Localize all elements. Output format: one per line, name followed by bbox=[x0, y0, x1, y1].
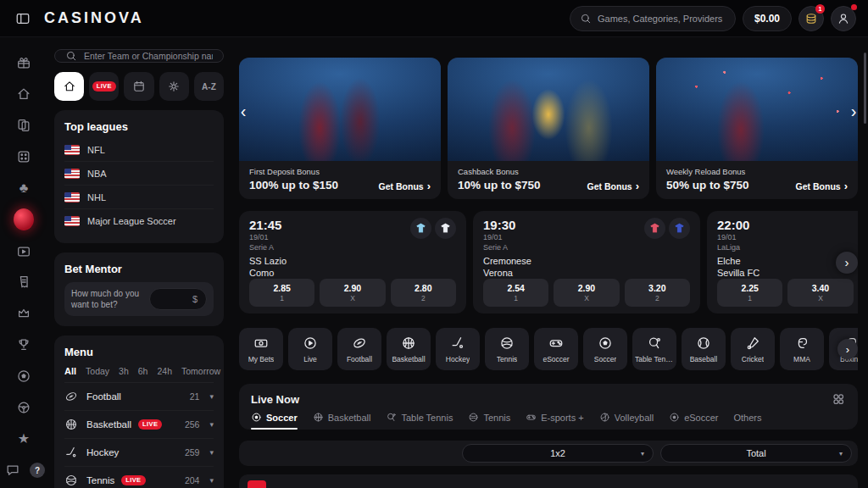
chevron-down-icon: ▾ bbox=[209, 392, 214, 401]
chip-tennis[interactable]: Tennis bbox=[485, 328, 529, 370]
odd-button-1[interactable]: 2.54 1 bbox=[483, 279, 548, 307]
scrollbar-thumb[interactable] bbox=[864, 53, 866, 124]
lobby-icon[interactable] bbox=[14, 86, 34, 103]
filter-tomorrow[interactable]: Tomorrow bbox=[181, 366, 220, 376]
menu-time-filters: All Today 3h 6h 24h Tomorrow bbox=[64, 366, 214, 383]
balance-display: $0.00 bbox=[743, 6, 792, 31]
promotions-icon[interactable] bbox=[14, 54, 34, 72]
table-games-icon[interactable]: ♣ bbox=[14, 179, 34, 197]
tab-az[interactable]: A-Z bbox=[194, 72, 224, 101]
odd-button-1[interactable]: 2.25 1 bbox=[717, 279, 782, 307]
league-row-mls[interactable]: Major League Soccer bbox=[64, 209, 214, 233]
global-search-input[interactable] bbox=[598, 14, 726, 24]
wallet-button[interactable]: 1 bbox=[798, 6, 824, 31]
tennis-icon bbox=[468, 412, 479, 423]
app: CASINOVA $0.00 1 ♣ bbox=[0, 0, 868, 488]
user-icon bbox=[837, 12, 850, 25]
matches-next-icon[interactable]: › bbox=[836, 252, 858, 274]
league-row-nfl[interactable]: NFL bbox=[64, 138, 214, 162]
team-jerseys bbox=[410, 218, 456, 279]
menu-sport-basketball[interactable]: Basketball LIVE 256 ▾ bbox=[64, 411, 214, 439]
live-casino-icon[interactable] bbox=[14, 210, 34, 229]
filter-all[interactable]: All bbox=[64, 366, 76, 376]
slots-icon[interactable] bbox=[14, 117, 34, 135]
menu-sport-tennis[interactable]: Tennis LIVE 204 ▾ bbox=[64, 467, 214, 488]
filter-today[interactable]: Today bbox=[86, 366, 109, 376]
menu-sport-hockey[interactable]: Hockey 259 ▾ bbox=[64, 439, 214, 467]
betslip-icon[interactable] bbox=[14, 274, 34, 291]
bet-amount-input[interactable]: $ bbox=[149, 288, 207, 310]
chip-basketball[interactable]: Basketball bbox=[387, 328, 431, 370]
filter-6h[interactable]: 6h bbox=[138, 366, 148, 376]
chat-icon[interactable] bbox=[3, 461, 23, 480]
promo-banner[interactable]: First Deposit Bonus 100% up to $150 Get … bbox=[239, 58, 441, 199]
tab-volleyball[interactable]: Volleyball bbox=[599, 412, 654, 430]
chip-esoccer[interactable]: eSoccer bbox=[534, 328, 578, 370]
tab-others[interactable]: Others bbox=[734, 412, 762, 430]
league-row-nba[interactable]: NBA bbox=[64, 162, 214, 186]
tab-schedule[interactable] bbox=[124, 72, 153, 101]
chip-baseball[interactable]: Baseball bbox=[682, 328, 726, 370]
help-icon[interactable]: ? bbox=[30, 463, 45, 478]
odd-button-1[interactable]: 2.85 1 bbox=[249, 279, 314, 307]
rewards-icon[interactable] bbox=[14, 305, 34, 323]
tab-esports[interactable]: E-sports + bbox=[526, 412, 583, 430]
all-sports-grid-icon[interactable] bbox=[831, 391, 846, 407]
chip-mma[interactable]: MMA bbox=[780, 328, 824, 370]
get-bonus-button[interactable]: Get Bonus› bbox=[379, 180, 431, 191]
filter-24h[interactable]: 24h bbox=[157, 366, 172, 376]
home-jersey-icon bbox=[644, 218, 665, 239]
top-leagues-title: Top leagues bbox=[64, 120, 214, 133]
odd-button-2[interactable]: 3.20 2 bbox=[625, 279, 690, 307]
global-search[interactable] bbox=[570, 6, 736, 31]
chip-live[interactable]: Live bbox=[288, 328, 332, 370]
chip-hockey[interactable]: Hockey bbox=[436, 328, 480, 370]
carousel-prev-icon[interactable]: ‹ bbox=[234, 100, 253, 122]
market-select-total[interactable]: Total ▾ bbox=[660, 444, 852, 463]
chip-cricket[interactable]: Cricket bbox=[731, 328, 775, 370]
account-button[interactable] bbox=[831, 6, 856, 31]
odd-button-x[interactable]: 2.90 X bbox=[554, 279, 619, 307]
tab-tennis[interactable]: Tennis bbox=[468, 412, 510, 430]
banner-image bbox=[239, 58, 441, 161]
league-row-nhl[interactable]: NHL bbox=[64, 186, 214, 209]
chip-my-bets[interactable]: My Bets bbox=[239, 328, 283, 370]
tournaments-icon[interactable] bbox=[14, 336, 34, 354]
get-bonus-button[interactable]: Get Bonus› bbox=[796, 180, 848, 191]
tab-soccer[interactable]: Soccer bbox=[251, 412, 298, 430]
tab-settings[interactable] bbox=[159, 72, 189, 101]
live-badge bbox=[248, 480, 266, 488]
live-games-icon[interactable] bbox=[14, 242, 34, 260]
tab-table-tennis[interactable]: Table Tennis bbox=[386, 412, 453, 430]
team-search[interactable] bbox=[54, 49, 224, 63]
odd-button-2[interactable]: 2.80 2 bbox=[391, 279, 456, 307]
racing-icon[interactable] bbox=[14, 398, 34, 416]
games-icon[interactable] bbox=[14, 147, 34, 165]
odd-button-x[interactable]: 2.90 X bbox=[320, 279, 385, 307]
promo-banner[interactable]: Cashback Bonus 10% up to $750 Get Bonus› bbox=[448, 58, 649, 199]
basketball-icon bbox=[64, 418, 80, 431]
us-flag-icon bbox=[64, 169, 80, 179]
gamepad-icon bbox=[548, 336, 564, 351]
promo-banner[interactable]: Weekly Reload Bonus 50% up to $750 Get B… bbox=[656, 58, 858, 199]
tab-esoccer[interactable]: eSoccer bbox=[669, 412, 718, 430]
filter-3h[interactable]: 3h bbox=[119, 366, 129, 376]
get-bonus-button[interactable]: Get Bonus› bbox=[587, 180, 639, 191]
chip-football[interactable]: Football bbox=[337, 328, 381, 370]
chip-soccer[interactable]: Soccer bbox=[583, 328, 627, 370]
tab-home[interactable] bbox=[54, 72, 84, 101]
team-search-input[interactable] bbox=[84, 51, 213, 61]
menu-sport-football[interactable]: Football 21 ▾ bbox=[64, 383, 214, 411]
sidebar-collapse-button[interactable] bbox=[12, 8, 34, 30]
vip-icon[interactable]: ★ bbox=[14, 430, 34, 447]
market-select-1x2[interactable]: 1x2 ▾ bbox=[462, 444, 654, 463]
sports-icon[interactable] bbox=[14, 367, 34, 385]
play-icon bbox=[303, 336, 318, 351]
chip-table-tennis[interactable]: Table Tennis bbox=[632, 328, 676, 370]
odd-button-x[interactable]: 3.40 X bbox=[787, 279, 853, 307]
chevron-down-icon: ▾ bbox=[209, 448, 214, 457]
tab-live[interactable]: LIVE bbox=[89, 72, 119, 101]
carousel-next-icon[interactable]: › bbox=[844, 100, 863, 122]
tab-basketball[interactable]: Basketball bbox=[313, 412, 371, 430]
chips-next-icon[interactable]: › bbox=[837, 339, 858, 359]
